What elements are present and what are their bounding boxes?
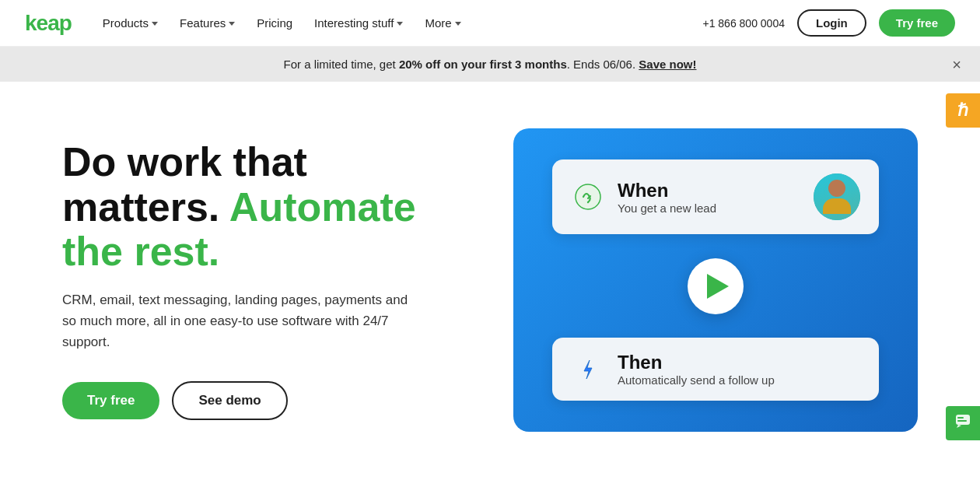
automation-illustration: When You get a new lead <box>513 128 918 432</box>
then-card-text: Then Automatically send a follow up <box>618 352 775 387</box>
svg-rect-3 <box>957 420 967 422</box>
banner-close-button[interactable]: × <box>952 55 961 73</box>
promo-banner: For a limited time, get 20% off on your … <box>0 47 980 82</box>
chevron-down-icon <box>397 22 403 26</box>
hero-left: Do work that matters. Automate the rest.… <box>62 140 467 419</box>
navbar: keap Products Features Pricing Interesti… <box>0 0 980 47</box>
hero-buttons: Try free See demo <box>62 381 467 420</box>
lead-avatar <box>814 173 860 220</box>
avatar-face <box>814 173 860 220</box>
honey-widget-button[interactable]: ℏ <box>946 93 980 128</box>
nav-more[interactable]: More <box>415 12 470 34</box>
chat-button[interactable] <box>946 406 980 440</box>
chevron-down-icon <box>229 22 235 26</box>
nav-products[interactable]: Products <box>93 12 167 34</box>
play-button-wrap <box>688 258 744 314</box>
play-icon <box>707 274 729 299</box>
play-button[interactable] <box>688 258 744 314</box>
nav-right: +1 866 800 0004 Login Try free <box>702 9 955 37</box>
when-card-text: When You get a new lead <box>618 180 716 215</box>
h-icon: ℏ <box>957 100 968 121</box>
banner-cta-link[interactable]: Save now! <box>639 58 696 71</box>
hero-heading: Do work that matters. Automate the rest. <box>62 140 467 274</box>
nav-pricing[interactable]: Pricing <box>247 12 302 34</box>
chevron-down-icon <box>152 22 158 26</box>
phone-number: +1 866 800 0004 <box>702 17 785 30</box>
then-icon <box>571 352 605 387</box>
hero-right: When You get a new lead <box>513 128 918 432</box>
hero-subtext: CRM, email, text messaging, landing page… <box>62 289 420 353</box>
chevron-down-icon <box>455 22 461 26</box>
banner-highlight: 20% off on your first 3 months <box>399 58 567 71</box>
svg-rect-1 <box>956 415 970 425</box>
banner-text: For a limited time, get 20% off on your … <box>283 58 696 71</box>
logo[interactable]: keap <box>25 11 72 36</box>
hero-section: Do work that matters. Automate the rest.… <box>0 82 980 471</box>
see-demo-button[interactable]: See demo <box>172 381 287 420</box>
nav-interesting-stuff[interactable]: Interesting stuff <box>305 12 412 34</box>
svg-point-0 <box>576 184 600 209</box>
try-free-nav-button[interactable]: Try free <box>879 9 955 37</box>
nav-links: Products Features Pricing Interesting st… <box>93 12 703 34</box>
try-free-hero-button[interactable]: Try free <box>62 382 159 419</box>
chat-icon <box>954 413 971 434</box>
when-card: When You get a new lead <box>552 159 879 234</box>
svg-rect-2 <box>957 417 964 419</box>
then-card: Then Automatically send a follow up <box>552 338 879 401</box>
when-icon <box>571 180 605 214</box>
nav-features[interactable]: Features <box>170 12 244 34</box>
login-button[interactable]: Login <box>797 9 866 37</box>
